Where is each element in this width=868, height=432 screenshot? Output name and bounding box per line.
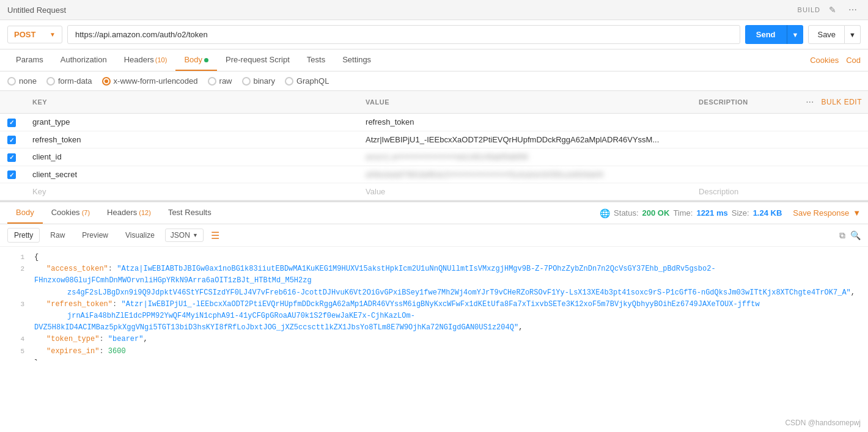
line-number: 3 [7,299,24,310]
response-tabs: Body Cookies (7) Headers (12) Test Resul… [0,202,868,224]
row-description-1[interactable] [693,131,868,148]
tab-tests[interactable]: Tests [298,49,334,71]
edit-button[interactable]: ✎ [825,4,840,16]
format-raw[interactable]: Raw [43,228,72,243]
response-tab-cookies[interactable]: Cookies (7) [43,202,98,224]
save-dropdown-button[interactable]: ▼ [845,25,861,44]
cookies-link[interactable]: Cookies [810,56,839,65]
json-line: 2"access_token": "Atza|IwEBIABTbJBIGw0ax… [0,263,868,287]
format-pretty[interactable]: Pretty [7,228,40,243]
globe-icon[interactable]: 🌐 [600,208,610,218]
send-button[interactable]: Send [745,25,787,44]
body-type-urlencoded[interactable]: x-www-form-urlencoded [102,76,198,86]
json-format-select[interactable]: JSON ▼ [165,229,204,242]
bulk-edit-link[interactable]: Bulk Edit [821,98,862,106]
url-input[interactable] [67,25,740,44]
send-dropdown-button[interactable]: ▼ [787,25,804,44]
cod-link[interactable]: Cod [846,56,861,65]
json-line: 3"refresh_token": "Atzr|IwEBIPjU1_-lEEbc… [0,299,868,310]
table-more-button[interactable]: ··· [802,95,817,109]
radio-binary [242,77,251,86]
search-icon[interactable]: 🔍 [850,230,861,241]
json-content: 1{2"access_token": "Atza|IwEBIABTbJBIGw0… [0,247,868,361]
new-description-input[interactable]: Description [693,183,868,200]
radio-raw [208,77,216,86]
new-key-input[interactable]: Key [26,183,359,200]
radio-urlencoded [102,77,111,86]
row-key-1[interactable]: refresh_token [26,131,359,148]
method-dropdown[interactable]: POST ▼ [7,26,62,43]
line-number: 6 [7,357,24,361]
row-key-0[interactable]: grant_type [26,114,359,131]
row-description-2[interactable] [693,148,868,166]
row-checkbox-2[interactable] [7,153,16,162]
body-type-graphql[interactable]: GraphQL [285,76,329,86]
format-visualize[interactable]: Visualize [119,228,161,243]
new-value-input[interactable]: Value [359,183,693,200]
method-label: POST [14,30,35,39]
col-value-header: VALUE [359,91,693,114]
tab-settings[interactable]: Settings [334,49,380,71]
body-type-none[interactable]: none [7,76,37,86]
tab-body[interactable]: Body [175,49,217,71]
row-description-0[interactable] [693,114,868,131]
line-number: 5 [7,346,24,357]
window-title: Untitled Request [7,5,66,15]
body-type-row: none form-data x-www-form-urlencoded raw… [0,71,868,91]
line-number: 1 [7,252,24,263]
watermark: CSDN @handsomepwj [785,419,861,427]
response-section: Body Cookies (7) Headers (12) Test Resul… [0,200,868,361]
row-value-2[interactable]: amzn1.a••••••••••••••••••••••eb148149abf… [359,148,693,166]
row-checkbox-0[interactable] [7,119,16,127]
body-type-raw[interactable]: raw [208,76,232,86]
table-row: refresh_token Atzr|IwEBIPjU1_-IEEbcxXaOD… [0,131,868,148]
response-tab-body[interactable]: Body [7,202,43,224]
cookies-cod-links: Cookies Cod [810,56,861,65]
row-key-2[interactable]: client_id [26,148,359,166]
radio-none [7,77,16,86]
response-tab-headers[interactable]: Headers (12) [98,202,160,224]
row-value-0[interactable]: refresh_token [359,114,693,131]
more-button[interactable]: ⋯ [845,4,861,16]
row-description-3[interactable] [693,166,868,183]
tab-authorization[interactable]: Authorization [52,49,116,71]
save-button-group: Save ▼ [808,25,861,44]
table-empty-row: Key Value Description [0,183,868,200]
body-type-formdata[interactable]: form-data [46,76,92,86]
format-align-icon[interactable]: ☰ [211,230,219,241]
table-row: grant_type refresh_token [0,114,868,131]
save-response-button[interactable]: Save Response [793,208,849,218]
json-line: jrnAiFa48bhZlE1dcPPM92YwQF4MyiN1cphA91-4… [0,310,868,334]
response-tab-test-results[interactable]: Test Results [160,202,220,224]
url-bar: POST ▼ Send ▼ Save ▼ [0,20,868,49]
row-checkbox-3[interactable] [7,170,16,179]
line-number [7,287,24,299]
json-line: 6} [0,357,868,361]
title-bar: Untitled Request BUILD ✎ ⋯ [0,0,868,20]
json-line: 5"expires_in": 3600 [0,346,868,357]
body-type-binary[interactable]: binary [242,76,275,86]
tab-pre-request[interactable]: Pre-request Script [217,49,298,71]
save-response-dropdown-icon[interactable]: ▼ [853,208,861,218]
method-chevron-icon: ▼ [50,31,56,38]
response-time: 1221 ms [696,208,727,218]
title-bar-actions: BUILD ✎ ⋯ [798,4,861,16]
json-format-chevron-icon: ▼ [193,232,198,238]
row-checkbox-1[interactable] [7,136,16,144]
tab-headers[interactable]: Headers(10) [116,49,176,71]
row-value-3[interactable]: af4bcbda97981bbffcbr2•••••••••••••••••••… [359,166,693,183]
json-line: 4"token_type": "bearer", [0,334,868,345]
format-preview[interactable]: Preview [75,228,115,243]
col-description-header: DESCRIPTION ··· Bulk Edit [693,91,868,114]
line-number: 4 [7,334,24,345]
save-button[interactable]: Save [808,25,845,44]
row-key-3[interactable]: client_secret [26,166,359,183]
response-size: 1.24 KB [753,208,782,218]
tab-params[interactable]: Params [7,49,52,71]
format-bar: Pretty Raw Preview Visualize JSON ▼ ☰ ⧉ … [0,224,868,247]
copy-icon[interactable]: ⧉ [839,230,845,241]
table-row: client_id amzn1.a••••••••••••••••••••••e… [0,148,868,166]
request-tabs: Params Authorization Headers(10) Body Pr… [0,49,868,71]
json-line: zs4gF2sLJBgDxn9i9Q9JdpktV46StYFCSIzdYF0L… [0,287,868,299]
row-value-1[interactable]: Atzr|IwEBIPjU1_-IEEbcxXaODT2PtiEVQrHUpfm… [359,131,693,148]
